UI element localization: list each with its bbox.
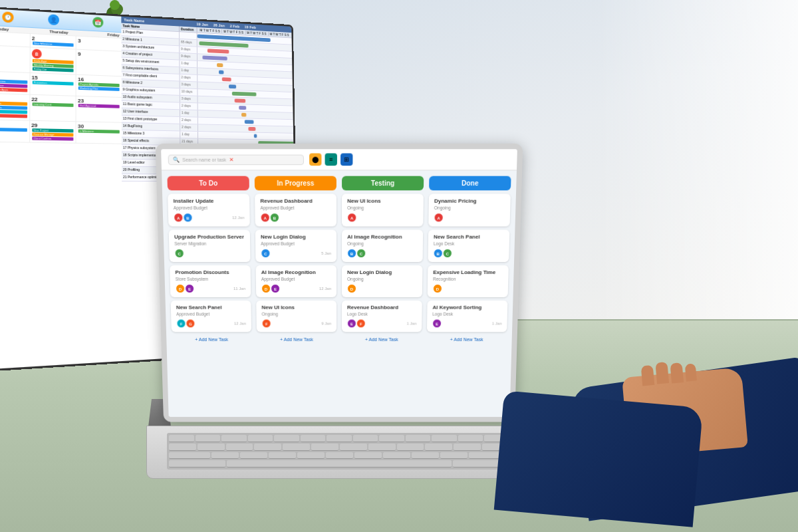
avatar: C <box>261 249 270 258</box>
kanban-card[interactable]: Dynamic Pricing Ongoing A <box>428 194 511 226</box>
key <box>311 444 338 451</box>
key <box>269 452 296 460</box>
kanban-card[interactable]: New Login Dialog Approved Budget C 5 Jan <box>255 230 336 262</box>
kanban-card[interactable]: Revenue Dashboard Approved Budget A B <box>255 194 336 226</box>
gantt-bar <box>245 120 254 124</box>
gantt-duration: 3 days <box>180 81 198 88</box>
card-subtitle: Ongoing <box>434 205 505 210</box>
avatar: D <box>433 284 442 293</box>
kanban-card[interactable]: Revenue Dashboard Logo Desk E F 1 Jan <box>342 301 422 332</box>
card-avatars: F <box>262 319 271 329</box>
card-title: New UI Icons <box>347 198 418 204</box>
finger <box>655 362 669 384</box>
column-header-todo: To Do <box>167 176 249 191</box>
key <box>432 435 457 442</box>
cal-event-order: Order Prints <box>0 101 27 106</box>
toolbar-icons: ⬤ ≡ ⊞ <box>309 153 352 166</box>
avatar: E <box>271 284 280 293</box>
key <box>169 452 210 460</box>
kanban-card[interactable]: Upgrade Production Server Server Migrati… <box>169 230 251 262</box>
key <box>274 435 299 442</box>
card-subtitle: Ongoing <box>347 241 418 246</box>
card-subtitle: Store Subsystem <box>176 277 245 281</box>
gantt-bar <box>254 134 257 138</box>
key <box>297 452 325 460</box>
card-subtitle: Approved Budget <box>261 277 331 281</box>
kanban-card[interactable]: AI Image Recognition Approved Budget D E… <box>256 265 336 297</box>
kanban-card[interactable]: Installer Update Approved Budget A B 12 … <box>168 194 250 226</box>
cal-day-29: 29 New Project Finance Manage Client Con… <box>30 121 76 143</box>
card-footer: C <box>174 249 245 258</box>
key <box>169 435 194 442</box>
card-subtitle: Recognition <box>433 277 503 281</box>
gantt-duration: 2 days <box>180 103 198 110</box>
card-date: 11 Jan <box>233 287 245 291</box>
avatar: B <box>270 213 279 222</box>
toolbar-icon-teal[interactable]: ≡ <box>325 153 337 166</box>
key <box>169 444 196 451</box>
avatar: D <box>176 284 185 293</box>
kanban-card[interactable]: New UI Icons Ongoing A <box>342 194 424 226</box>
kanban-column-testing: Testing New UI Icons Ongoing A <box>342 176 424 412</box>
cal-day-28: 28 y Provider <box>0 120 30 142</box>
search-box[interactable]: 🔍 Search name or task ✕ <box>168 154 304 165</box>
column-header-testing: Testing <box>342 176 424 191</box>
key <box>383 452 410 460</box>
card-date: 12 Jan <box>319 287 331 291</box>
card-avatars: A B <box>174 213 193 222</box>
card-footer: F G 12 Jan <box>176 319 246 329</box>
finger <box>685 363 697 381</box>
add-task-testing-button[interactable]: + Add New Task <box>342 335 422 344</box>
gantt-bar <box>217 63 223 67</box>
card-subtitle: Logo Desk <box>347 312 417 317</box>
key <box>240 452 267 460</box>
key <box>406 435 431 442</box>
cal-day-23: 23 Bud Approval <box>76 96 122 122</box>
keyboard-row-1 <box>169 435 509 442</box>
key <box>301 435 326 442</box>
card-avatars: D <box>433 284 442 293</box>
gantt-duration: 1 day <box>180 61 198 68</box>
add-task-inprogress-button[interactable]: + Add New Task <box>257 335 336 344</box>
column-header-inprogress: In Progress <box>255 176 336 191</box>
kanban-card[interactable]: New Search Panel Approved Budget F G 12 … <box>171 301 251 332</box>
calendar-icon: 👤 <box>48 14 59 25</box>
gantt-duration: 1 day <box>180 110 198 116</box>
cal-event-milestone: n Milestone <box>78 129 120 133</box>
add-task-todo-button[interactable]: + Add New Task <box>172 335 251 344</box>
kanban-card[interactable]: AI Image Recognition Ongoing B C <box>342 230 423 262</box>
key <box>283 444 310 451</box>
cal-event-finance: Finance Manage <box>32 132 74 136</box>
clear-search-button[interactable]: ✕ <box>229 156 233 162</box>
card-avatars: E <box>432 319 442 329</box>
kanban-card[interactable]: Promotion Discounts Store Subsystem D E … <box>170 265 251 297</box>
gantt-duration: 2 days <box>180 117 198 124</box>
person-hands <box>466 293 798 505</box>
kanban-card[interactable]: New Login Dialog Ongoing D <box>342 265 422 297</box>
gantt-duration: 1 day <box>180 67 198 74</box>
key <box>354 452 382 460</box>
cal-day-30: 30 n Milestone <box>76 122 122 143</box>
toolbar-icon-yellow[interactable]: ⬤ <box>309 153 321 166</box>
cal-day-21: 21 Order Prints Client Leads Go Up z Del… <box>0 93 30 120</box>
avatar: C <box>443 249 452 258</box>
card-footer: B C <box>347 249 418 258</box>
card-footer: A <box>347 213 418 222</box>
cal-event-conf: Client Confere. <box>32 136 74 140</box>
card-title: Installer Update <box>173 198 244 204</box>
card-date: 12 Jan <box>234 321 246 325</box>
gantt-bar <box>231 92 256 96</box>
avatar: E <box>185 284 194 293</box>
laptop-keyboard <box>167 433 511 469</box>
cal-day-7: 7 <box>0 45 30 72</box>
cal-day-16: 16 Project Agenda Marketing Plan <box>76 75 122 97</box>
card-avatars: D <box>347 284 356 293</box>
toolbar-icon-blue[interactable]: ⊞ <box>340 153 352 166</box>
kanban-card[interactable]: New UI Icons Ongoing F 9 Jan <box>256 301 336 332</box>
cal-day-15: 15 Prevention <box>30 73 76 96</box>
key <box>248 435 273 442</box>
todo-label: To Do <box>199 180 217 187</box>
kanban-card[interactable]: New Search Panel Logo Desk B C <box>428 230 510 262</box>
cal-event-provider: y Provider <box>0 128 27 132</box>
avatar: D <box>347 284 356 293</box>
